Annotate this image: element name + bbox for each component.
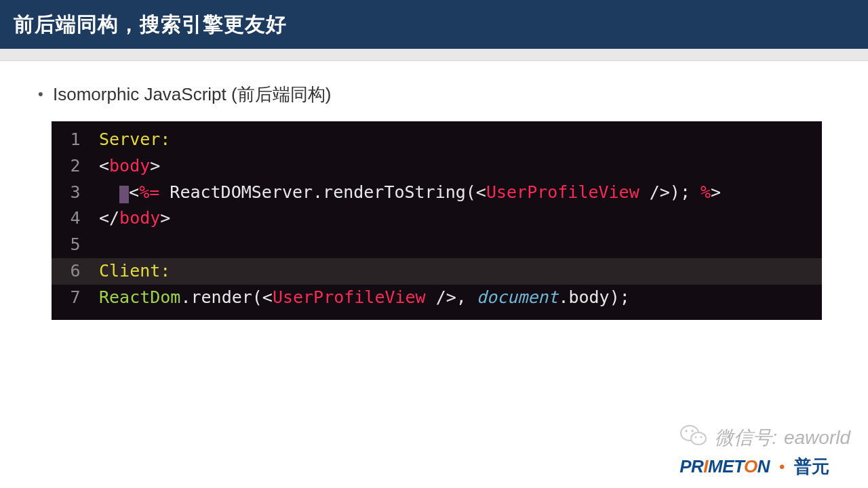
- code-text: Server:: [99, 127, 170, 153]
- svg-point-2: [685, 430, 688, 432]
- svg-point-3: [691, 430, 694, 432]
- line-number: 1: [52, 127, 99, 153]
- line-number: 6: [52, 258, 99, 285]
- brand-logo: PRIMETON: [679, 456, 770, 477]
- wechat-label: 微信号:: [715, 425, 777, 451]
- line-number: 4: [52, 205, 99, 232]
- watermark: 微信号: eaworld PRIMETON • 普元: [679, 423, 850, 479]
- page-title: 前后端同构，搜索引擎更友好: [14, 11, 287, 39]
- line-number: 7: [52, 285, 99, 311]
- brand-cn: 普元: [794, 455, 829, 479]
- code-line: 3 <%= ReactDOMServer.renderToString(<Use…: [52, 180, 822, 206]
- content-area: • Isomorphic JavaScript (前后端同构) 1Server:…: [0, 61, 868, 320]
- code-line: 7ReactDom.render(<UserProfileView />, do…: [52, 285, 822, 311]
- title-bar: 前后端同构，搜索引擎更友好: [0, 0, 868, 49]
- code-line: 1Server:: [52, 127, 822, 153]
- line-number: 5: [52, 232, 99, 258]
- svg-point-5: [701, 436, 703, 439]
- code-text: Client:: [99, 258, 170, 285]
- code-line: 5: [52, 232, 822, 258]
- wechat-id: eaworld: [784, 427, 850, 449]
- bullet-text: Isomorphic JavaScript (前后端同构): [53, 83, 331, 106]
- code-block: 1Server:2<body>3 <%= ReactDOMServer.rend…: [52, 121, 822, 320]
- line-number: 3: [52, 180, 99, 206]
- code-text: </body>: [99, 205, 170, 232]
- code-line: 2<body>: [52, 153, 822, 180]
- code-text: ReactDom.render(<UserProfileView />, doc…: [99, 285, 630, 311]
- svg-point-1: [691, 432, 706, 445]
- code-text: <%= ReactDOMServer.renderToString(<UserP…: [99, 180, 721, 206]
- brand-row: PRIMETON • 普元: [679, 455, 850, 479]
- cursor-icon: [119, 186, 129, 203]
- line-number: 2: [52, 153, 99, 180]
- bullet-item: • Isomorphic JavaScript (前后端同构): [38, 83, 835, 106]
- code-text: <body>: [99, 153, 160, 180]
- brand-separator: •: [779, 458, 785, 476]
- wechat-line: 微信号: eaworld: [679, 423, 850, 452]
- wechat-icon: [679, 423, 708, 452]
- code-line: 4</body>: [52, 205, 822, 232]
- svg-point-4: [695, 436, 697, 439]
- bullet-dot: •: [38, 87, 53, 102]
- code-line: 6Client:: [52, 258, 822, 285]
- header-band: [0, 49, 868, 61]
